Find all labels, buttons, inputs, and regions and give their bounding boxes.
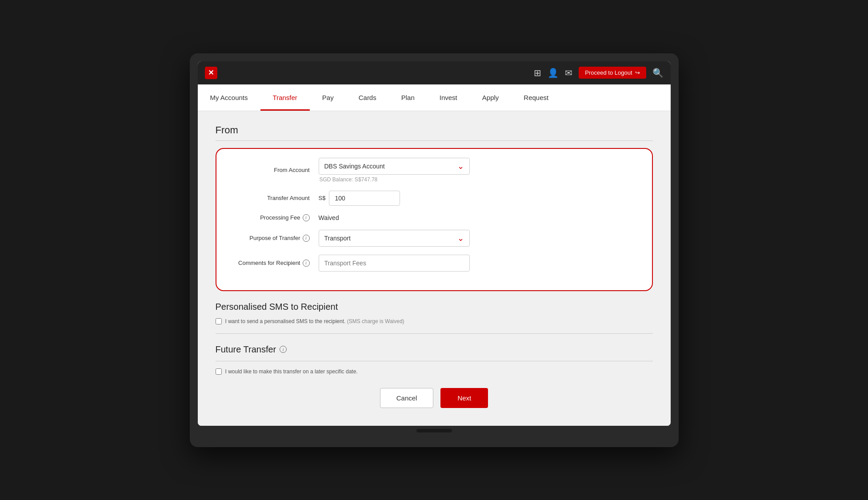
main-content: From From Account DBS Savings Account ⌄	[198, 111, 671, 426]
comments-input[interactable]	[319, 255, 470, 272]
sms-checkbox-label: I want to send a personalised SMS to the…	[225, 318, 404, 324]
comments-control	[319, 255, 639, 272]
comments-label: Comments for Recipient i	[230, 260, 319, 267]
next-button[interactable]: Next	[440, 388, 488, 408]
sms-title: Personalised SMS to Recipient	[216, 302, 653, 312]
future-transfer-checkbox-row: I would like to make this transfer on a …	[216, 368, 653, 375]
from-account-select[interactable]: DBS Savings Account ⌄	[319, 158, 470, 175]
nav-invest[interactable]: Invest	[427, 84, 470, 111]
purpose-select[interactable]: Transport ⌄	[319, 230, 470, 247]
button-row: Cancel Next	[216, 388, 653, 408]
nav-transfer[interactable]: Transfer	[260, 84, 310, 111]
from-title: From	[216, 124, 653, 141]
close-icon: ✕	[208, 68, 214, 77]
profile-icon[interactable]: 👤	[548, 68, 559, 78]
balance-text: SGD Balance: S$747.78	[319, 176, 639, 183]
future-transfer-section: Future Transfer i I would like to make t…	[216, 344, 653, 375]
proceed-logout-button[interactable]: Proceed to Logout ↪	[579, 67, 646, 79]
nav-plan[interactable]: Plan	[389, 84, 427, 111]
processing-fee-label: Processing Fee i	[230, 214, 319, 221]
purpose-control: Transport ⌄	[319, 230, 639, 247]
chevron-down-icon: ⌄	[457, 161, 464, 171]
processing-fee-value: Waived	[319, 214, 639, 222]
purpose-display[interactable]: Transport ⌄	[319, 230, 470, 247]
purpose-info-icon[interactable]: i	[303, 235, 310, 242]
amount-input[interactable]	[329, 191, 400, 206]
purpose-chevron-icon: ⌄	[457, 233, 464, 243]
from-account-label: From Account	[230, 167, 319, 173]
from-form-section: From Account DBS Savings Account ⌄ SGD B…	[216, 148, 653, 291]
proceed-label: Proceed to Logout	[585, 69, 632, 76]
processing-fee-info-icon[interactable]: i	[303, 214, 310, 221]
nav-cards[interactable]: Cards	[346, 84, 389, 111]
accounts-icon[interactable]: ⊞	[534, 68, 541, 78]
nav-bar: My Accounts Transfer Pay Cards Plan Inve…	[198, 84, 671, 111]
future-transfer-checkbox[interactable]	[216, 368, 222, 375]
transfer-amount-label: Transfer Amount	[230, 195, 319, 201]
nav-pay[interactable]: Pay	[310, 84, 346, 111]
nav-request[interactable]: Request	[511, 84, 561, 111]
mail-icon[interactable]: ✉	[565, 68, 572, 78]
from-account-row: From Account DBS Savings Account ⌄ SGD B…	[230, 158, 639, 183]
processing-fee-row: Processing Fee i Waived	[230, 214, 639, 222]
sms-checkbox[interactable]	[216, 318, 222, 324]
future-transfer-info-icon[interactable]: i	[280, 346, 287, 353]
currency-label: S$	[319, 195, 326, 201]
from-account-control: DBS Savings Account ⌄ SGD Balance: S$747…	[319, 158, 639, 183]
nav-my-accounts[interactable]: My Accounts	[198, 84, 260, 111]
sms-section: Personalised SMS to Recipient I want to …	[216, 302, 653, 334]
cancel-button[interactable]: Cancel	[380, 388, 434, 408]
laptop-notch	[416, 429, 452, 432]
comments-row: Comments for Recipient i	[230, 255, 639, 272]
purpose-row: Purpose of Transfer i Transport ⌄	[230, 230, 639, 247]
comments-info-icon[interactable]: i	[303, 260, 310, 267]
search-icon[interactable]: 🔍	[652, 68, 664, 78]
purpose-label: Purpose of Transfer i	[230, 235, 319, 242]
transfer-amount-control: S$	[319, 191, 639, 206]
transfer-amount-row: Transfer Amount S$	[230, 191, 639, 206]
future-transfer-title: Future Transfer	[216, 344, 276, 355]
future-transfer-checkbox-label: I would like to make this transfer on a …	[225, 368, 358, 375]
sms-checkbox-row: I want to send a personalised SMS to the…	[216, 318, 653, 324]
close-button[interactable]: ✕	[205, 67, 217, 79]
nav-apply[interactable]: Apply	[470, 84, 512, 111]
sms-charge-note: (SMS charge is Waived)	[347, 318, 404, 324]
logout-icon: ↪	[635, 69, 640, 76]
from-account-display[interactable]: DBS Savings Account ⌄	[319, 158, 470, 175]
